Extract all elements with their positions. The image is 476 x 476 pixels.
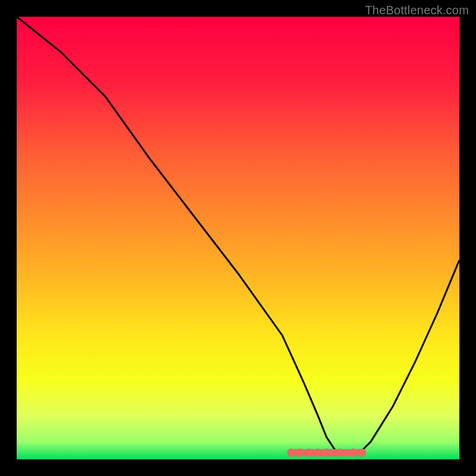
svg-point-8 [287, 449, 295, 457]
watermark-text: TheBottleneck.com [365, 4, 469, 17]
svg-point-14 [349, 449, 357, 457]
svg-point-11 [314, 449, 322, 457]
svg-point-15 [358, 449, 366, 457]
svg-point-10 [305, 449, 313, 457]
optimal-markers [17, 17, 459, 459]
svg-point-12 [322, 449, 331, 457]
plot-area [17, 17, 459, 459]
svg-point-13 [336, 449, 344, 457]
svg-point-9 [296, 449, 304, 457]
